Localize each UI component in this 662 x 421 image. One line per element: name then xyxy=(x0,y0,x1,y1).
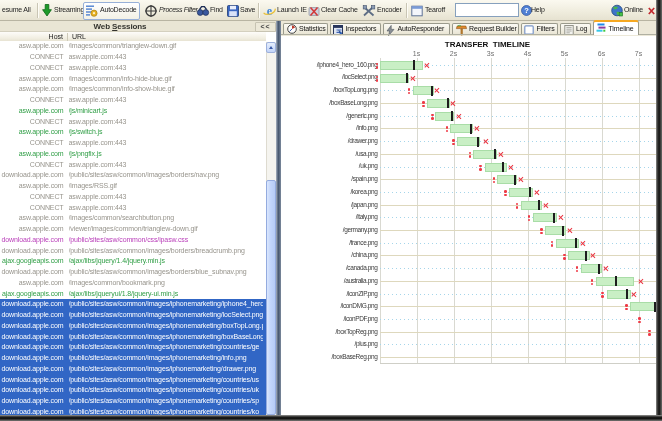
svg-text:e: e xyxy=(267,4,273,18)
svg-text:?: ? xyxy=(524,6,529,15)
